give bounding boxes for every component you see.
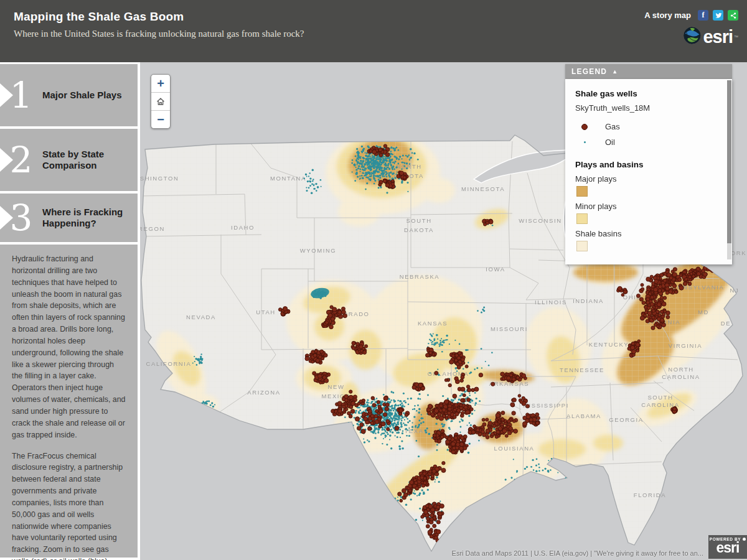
- svg-text:MINNESOTA: MINNESOTA: [461, 185, 505, 192]
- svg-text:CAROLINA: CAROLINA: [662, 373, 700, 380]
- legend-item-major-plays: Major plays: [575, 174, 721, 197]
- collapse-arrow-icon: ▲: [612, 68, 618, 75]
- page-title: Mapping the Shale Gas Boom: [0, 0, 747, 24]
- svg-text:WASHINGTON: WASHINGTON: [140, 175, 179, 182]
- legend-item-label: Minor plays: [575, 202, 721, 211]
- svg-text:DE: DE: [721, 320, 731, 327]
- step-arrow-icon: [0, 83, 13, 107]
- svg-text:DAKOTA: DAKOTA: [404, 226, 434, 233]
- facebook-icon[interactable]: f: [698, 10, 708, 21]
- legend-item-label: Gas: [605, 122, 620, 131]
- step-label: Major Shale Plays: [42, 90, 138, 101]
- zoom-out-button[interactable]: −: [151, 110, 170, 128]
- svg-text:NEBRASKA: NEBRASKA: [400, 273, 440, 280]
- sidebar: 1 Major Shale Plays 2 State by State Com…: [0, 62, 140, 560]
- legend-item-oil: Oil: [575, 134, 721, 150]
- sidebar-step-where-fracking[interactable]: 3 Where is Fracking Happening?: [0, 194, 138, 242]
- zoom-in-button[interactable]: +: [151, 75, 170, 92]
- svg-text:LOUISIANA: LOUISIANA: [494, 445, 534, 452]
- svg-text:ILLINOIS: ILLINOIS: [535, 299, 567, 306]
- esri-dot-icon: [743, 538, 746, 541]
- svg-text:SOUTH: SOUTH: [406, 217, 431, 224]
- legend-layer-name: SkyTruth_wells_18M: [575, 103, 721, 113]
- powered-by-esri-logo[interactable]: POWERED BY esri: [708, 535, 747, 559]
- sidebar-step-state-comparison[interactable]: 2 State by State Comparison: [0, 129, 138, 191]
- step-label: State by State Comparison: [42, 149, 138, 171]
- twitter-icon[interactable]: [713, 10, 723, 21]
- sidebar-description: Hydraulic fracturing and horizontal dril…: [0, 245, 138, 558]
- svg-text:ALABAMA: ALABAMA: [566, 413, 601, 419]
- description-paragraph: Hydraulic fracturing and horizontal dril…: [12, 253, 126, 441]
- svg-text:MD: MD: [698, 309, 709, 315]
- minor-plays-swatch: [576, 213, 588, 224]
- legend-item-minor-plays: Minor plays: [575, 202, 721, 224]
- page-subtitle: Where in the United States is fracking u…: [0, 24, 747, 39]
- svg-text:IOWA: IOWA: [486, 266, 505, 273]
- legend-item-shale-basins: Shale basins: [575, 229, 721, 251]
- app-header: Mapping the Shale Gas Boom Where in the …: [0, 0, 747, 62]
- major-plays-swatch: [576, 186, 588, 197]
- shale-basins-swatch: [576, 241, 588, 251]
- svg-text:KANSAS: KANSAS: [418, 320, 448, 327]
- svg-text:NJ: NJ: [730, 287, 740, 294]
- legend-item-label: Oil: [605, 138, 615, 147]
- legend-body: Shale gas wells SkyTruth_wells_18M Gas O…: [565, 79, 732, 264]
- svg-text:MISSISSIPPI: MISSISSIPPI: [523, 402, 569, 409]
- legend-scrollbar[interactable]: [727, 80, 731, 243]
- legend-item-label: Major plays: [575, 174, 721, 184]
- svg-text:WYOMING: WYOMING: [300, 247, 337, 254]
- svg-text:WISCONSIN: WISCONSIN: [519, 217, 561, 224]
- svg-text:NORTH: NORTH: [668, 366, 694, 373]
- legend-section-title: Shale gas wells: [575, 89, 721, 98]
- legend-panel: LEGEND ▲ Shale gas wells SkyTruth_wells_…: [565, 64, 732, 264]
- svg-text:OREGON: OREGON: [140, 225, 165, 232]
- esri-logo[interactable]: esri ™: [644, 26, 738, 47]
- svg-text:INDIANA: INDIANA: [573, 297, 604, 304]
- legend-header[interactable]: LEGEND ▲: [565, 64, 732, 79]
- step-arrow-icon: [0, 206, 13, 230]
- svg-text:FLORIDA: FLORIDA: [634, 492, 666, 498]
- story-map-label: A story map: [644, 11, 691, 20]
- svg-text:ARIZONA: ARIZONA: [247, 389, 280, 396]
- gas-well-icon: [581, 124, 588, 130]
- svg-text:MONTANA: MONTANA: [270, 175, 306, 182]
- esri-trademark: ™: [734, 35, 738, 39]
- svg-text:IDAHO: IDAHO: [231, 224, 255, 231]
- svg-text:SOUTH: SOUTH: [647, 394, 673, 401]
- legend-title: LEGEND: [571, 67, 607, 76]
- svg-text:NEVADA: NEVADA: [186, 314, 216, 320]
- svg-text:KENTUCKY: KENTUCKY: [589, 341, 629, 348]
- legend-item-gas: Gas: [575, 119, 721, 134]
- sidebar-step-major-shale-plays[interactable]: 1 Major Shale Plays: [0, 64, 138, 126]
- legend-section-title: Plays and basins: [575, 160, 721, 169]
- step-arrow-icon: [0, 148, 13, 172]
- share-icon[interactable]: [728, 10, 738, 21]
- svg-text:VIRGINIA: VIRGINIA: [669, 342, 703, 349]
- map-zoom-control: + −: [151, 74, 171, 129]
- map-attribution: Esri Data and Maps 2011 | U.S. EIA (eia.…: [452, 549, 703, 557]
- svg-text:MISSOURI: MISSOURI: [491, 325, 528, 332]
- description-paragraph: The FracFocus chemical disclosure regist…: [12, 450, 126, 560]
- esri-wordmark: esri: [703, 28, 733, 46]
- powered-by-brand: esri: [708, 541, 747, 555]
- svg-text:GEORGIA: GEORGIA: [609, 416, 644, 423]
- esri-globe-icon: [683, 26, 702, 47]
- step-label: Where is Fracking Happening?: [42, 207, 138, 229]
- oil-well-icon: [584, 141, 586, 143]
- story-map-app: Mapping the Shale Gas Boom Where in the …: [0, 0, 747, 560]
- svg-text:TENNESSEE: TENNESSEE: [560, 366, 604, 373]
- home-button[interactable]: [151, 92, 170, 110]
- svg-text:NEW: NEW: [328, 383, 345, 390]
- legend-item-label: Shale basins: [575, 229, 721, 238]
- svg-text:UTAH: UTAH: [256, 309, 276, 315]
- svg-text:CALIFORNIA: CALIFORNIA: [146, 360, 191, 367]
